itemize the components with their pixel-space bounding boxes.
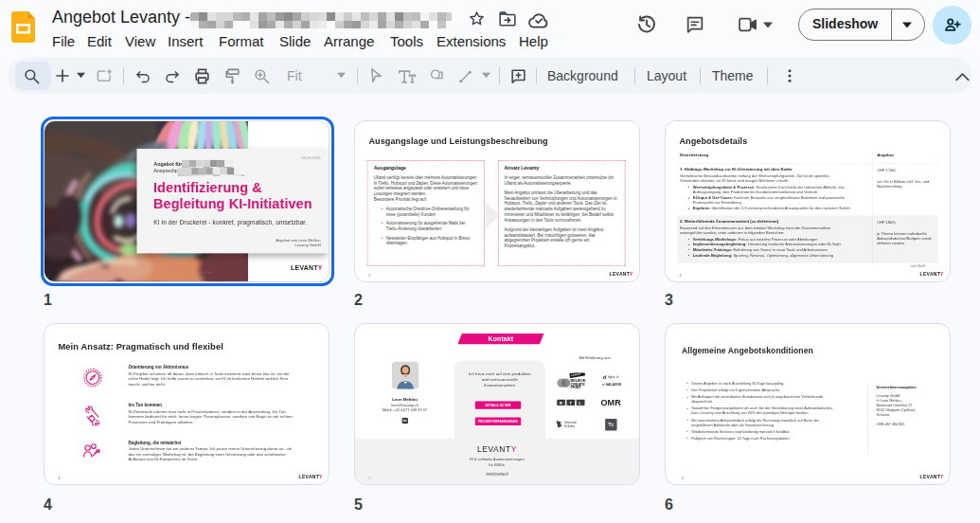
svg-text:L: L <box>579 401 581 406</box>
svg-text:St.Gallen: St.Gallen <box>564 424 576 428</box>
svg-text:digitec.ch: digitec.ch <box>608 375 619 379</box>
svg-text:d: d <box>603 374 607 380</box>
svg-text:✕ GALAXUS: ✕ GALAXUS <box>602 383 622 387</box>
svg-text:T: T <box>569 401 572 406</box>
svg-text:PRINT: PRINT <box>571 386 582 389</box>
